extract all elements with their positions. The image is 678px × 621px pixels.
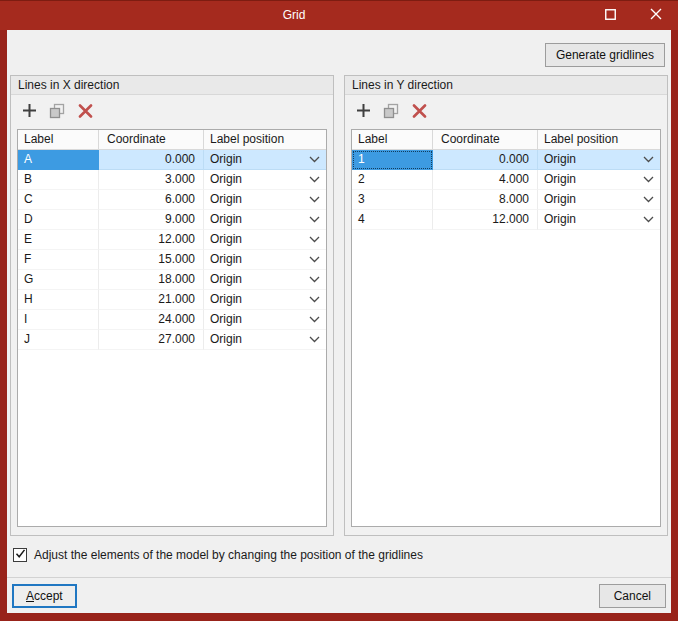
- table-row[interactable]: B3.000Origin: [18, 170, 326, 190]
- table-row[interactable]: J27.000Origin: [18, 330, 326, 350]
- label-position-value: Origin: [210, 210, 242, 229]
- accept-button[interactable]: Accept: [12, 584, 77, 608]
- duplicate-icon: [49, 103, 65, 122]
- label-position-dropdown[interactable]: Origin: [538, 190, 660, 210]
- chevron-down-icon[interactable]: [309, 176, 320, 183]
- footer-bar: Accept Cancel: [7, 578, 671, 613]
- coordinate-cell[interactable]: 12.000: [433, 210, 538, 230]
- label-position-dropdown[interactable]: Origin: [204, 170, 326, 190]
- table-row[interactable]: 38.000Origin: [352, 190, 660, 210]
- cancel-button[interactable]: Cancel: [599, 584, 666, 608]
- coordinate-cell[interactable]: 8.000: [433, 190, 538, 210]
- coordinate-cell[interactable]: 12.000: [99, 230, 204, 250]
- label-position-dropdown[interactable]: Origin: [204, 310, 326, 330]
- chevron-down-icon[interactable]: [309, 196, 320, 203]
- coordinate-cell[interactable]: 9.000: [99, 210, 204, 230]
- label-position-dropdown[interactable]: Origin: [204, 250, 326, 270]
- label-cell[interactable]: G: [18, 270, 99, 290]
- label-position-dropdown[interactable]: Origin: [204, 150, 326, 170]
- coordinate-cell[interactable]: 6.000: [99, 190, 204, 210]
- add-line-button[interactable]: [20, 103, 38, 121]
- chevron-down-icon[interactable]: [643, 176, 654, 183]
- chevron-down-icon[interactable]: [643, 156, 654, 163]
- table-row[interactable]: C6.000Origin: [18, 190, 326, 210]
- table-row[interactable]: A0.000Origin: [18, 150, 326, 170]
- label-cell[interactable]: 3: [352, 190, 433, 210]
- table-row[interactable]: F15.000Origin: [18, 250, 326, 270]
- table-row[interactable]: G18.000Origin: [18, 270, 326, 290]
- label-cell[interactable]: I: [18, 310, 99, 330]
- gridlines-table: Label Coordinate Label position 10.000Or…: [351, 129, 661, 527]
- label-position-dropdown[interactable]: Origin: [204, 290, 326, 310]
- coordinate-cell[interactable]: 21.000: [99, 290, 204, 310]
- chevron-down-icon[interactable]: [309, 216, 320, 223]
- maximize-icon: [605, 9, 616, 23]
- close-button[interactable]: [633, 1, 678, 30]
- table-row[interactable]: I24.000Origin: [18, 310, 326, 330]
- generate-gridlines-button[interactable]: Generate gridlines: [545, 43, 665, 67]
- label-position-value: Origin: [544, 210, 576, 229]
- coordinate-cell[interactable]: 3.000: [99, 170, 204, 190]
- coordinate-cell[interactable]: 15.000: [99, 250, 204, 270]
- chevron-down-icon[interactable]: [309, 336, 320, 343]
- label-cell[interactable]: A: [18, 150, 99, 170]
- label-position-dropdown[interactable]: Origin: [538, 150, 660, 170]
- table-row[interactable]: 10.000Origin: [352, 150, 660, 170]
- chevron-down-icon[interactable]: [643, 196, 654, 203]
- label-position-value: Origin: [210, 250, 242, 269]
- adjust-checkbox[interactable]: [13, 548, 27, 562]
- coordinate-cell[interactable]: 0.000: [99, 150, 204, 170]
- label-position-value: Origin: [210, 230, 242, 249]
- table-row[interactable]: E12.000Origin: [18, 230, 326, 250]
- table-row[interactable]: D9.000Origin: [18, 210, 326, 230]
- label-position-dropdown[interactable]: Origin: [204, 210, 326, 230]
- duplicate-line-button[interactable]: [382, 103, 400, 121]
- label-cell[interactable]: 1: [352, 150, 433, 170]
- add-line-button[interactable]: [354, 103, 372, 121]
- duplicate-line-button[interactable]: [48, 103, 66, 121]
- panel-title: Lines in X direction: [11, 76, 333, 95]
- label-cell[interactable]: J: [18, 330, 99, 350]
- coordinate-cell[interactable]: 0.000: [433, 150, 538, 170]
- dialog-body: Generate gridlines Lines in X direction: [0, 30, 678, 621]
- maximize-button[interactable]: [588, 1, 633, 30]
- chevron-down-icon[interactable]: [309, 316, 320, 323]
- chevron-down-icon[interactable]: [309, 236, 320, 243]
- chevron-down-icon[interactable]: [309, 156, 320, 163]
- coordinate-cell[interactable]: 24.000: [99, 310, 204, 330]
- table-row[interactable]: H21.000Origin: [18, 290, 326, 310]
- table-row[interactable]: 24.000Origin: [352, 170, 660, 190]
- add-icon: [22, 103, 37, 121]
- direction-panel: Lines in Y direction: [344, 75, 668, 536]
- label-position-dropdown[interactable]: Origin: [204, 190, 326, 210]
- coordinate-cell[interactable]: 4.000: [433, 170, 538, 190]
- table-row[interactable]: 412.000Origin: [352, 210, 660, 230]
- column-header-label-position: Label position: [204, 130, 326, 150]
- chevron-down-icon[interactable]: [643, 216, 654, 223]
- chevron-down-icon[interactable]: [309, 276, 320, 283]
- label-position-dropdown[interactable]: Origin: [538, 170, 660, 190]
- label-cell[interactable]: 4: [352, 210, 433, 230]
- column-header-label: Label: [352, 130, 433, 150]
- label-position-value: Origin: [210, 330, 242, 349]
- delete-line-button[interactable]: [410, 103, 428, 121]
- label-cell[interactable]: H: [18, 290, 99, 310]
- label-position-dropdown[interactable]: Origin: [204, 270, 326, 290]
- label-cell[interactable]: 2: [352, 170, 433, 190]
- label-cell[interactable]: F: [18, 250, 99, 270]
- chevron-down-icon[interactable]: [309, 296, 320, 303]
- label-cell[interactable]: C: [18, 190, 99, 210]
- coordinate-cell[interactable]: 27.000: [99, 330, 204, 350]
- chevron-down-icon[interactable]: [309, 256, 320, 263]
- label-position-dropdown[interactable]: Origin: [204, 330, 326, 350]
- label-cell[interactable]: B: [18, 170, 99, 190]
- label-position-dropdown[interactable]: Origin: [204, 230, 326, 250]
- label-position-value: Origin: [210, 150, 242, 169]
- delete-line-button[interactable]: [76, 103, 94, 121]
- label-position-dropdown[interactable]: Origin: [538, 210, 660, 230]
- label-cell[interactable]: D: [18, 210, 99, 230]
- titlebar[interactable]: Grid: [0, 0, 678, 30]
- coordinate-cell[interactable]: 18.000: [99, 270, 204, 290]
- label-position-value: Origin: [210, 170, 242, 189]
- label-cell[interactable]: E: [18, 230, 99, 250]
